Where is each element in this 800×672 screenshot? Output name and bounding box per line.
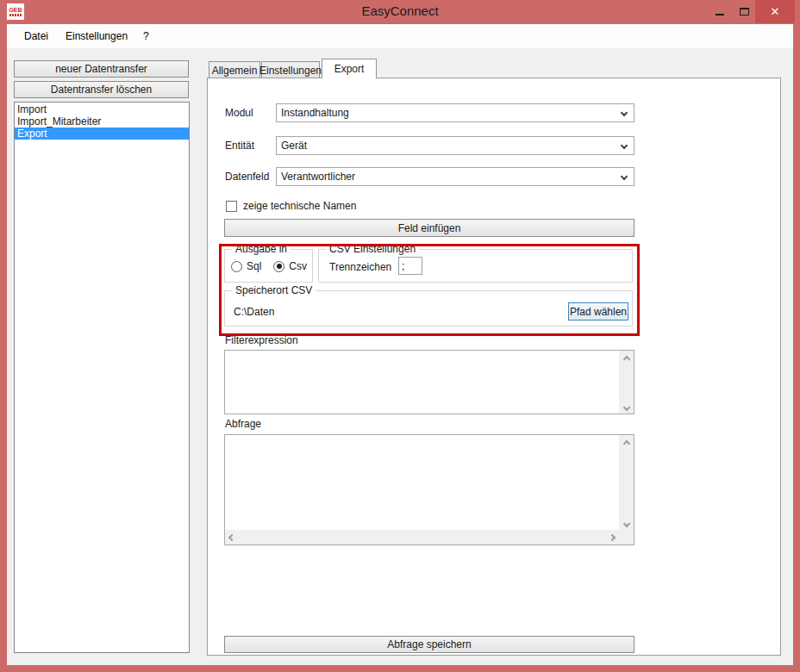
list-item-import[interactable]: Import: [15, 103, 189, 115]
csv-settings-groupbox: CSV Einstellungen Trennzeichen: [318, 249, 633, 283]
content-area: neuer Datentransfer Datentransfer lösche…: [7, 48, 793, 665]
scroll-down-icon[interactable]: [622, 404, 629, 411]
feld-einfuegen-button[interactable]: Feld einfügen: [224, 219, 634, 237]
list-item-export[interactable]: Export: [15, 128, 189, 140]
entitaet-label: Entität: [225, 140, 254, 152]
trennzeichen-input[interactable]: [398, 257, 422, 275]
output-radio-group: Sql Csv: [231, 260, 319, 272]
filterexpression-textarea[interactable]: [224, 350, 634, 414]
vertical-scrollbar[interactable]: [619, 351, 634, 414]
radio-csv[interactable]: [273, 261, 284, 272]
modul-select[interactable]: Instandhaltung: [276, 103, 634, 122]
close-icon: ✕: [771, 5, 780, 18]
pfad-waehlen-button[interactable]: Pfad wählen: [568, 302, 628, 320]
entitaet-value: Gerät: [281, 140, 307, 152]
delete-datatransfer-button[interactable]: Datentransfer löschen: [14, 81, 189, 98]
tab-einstellungen[interactable]: Einstellungen: [261, 61, 320, 78]
scroll-up-icon[interactable]: [622, 440, 629, 447]
trennzeichen-label: Trennzeichen: [329, 261, 391, 273]
maximize-icon: [740, 8, 749, 16]
scrollbar-corner: [619, 530, 634, 544]
datenfeld-value: Verantwortlicher: [281, 171, 355, 183]
speicherort-groupbox: Speicherort CSV C:\Daten Pfad wählen: [224, 290, 633, 327]
button-label: neuer Datentransfer: [55, 63, 147, 75]
menu-einstellungen[interactable]: Einstellungen: [57, 26, 136, 47]
tab-label: Allgemein: [212, 65, 258, 77]
menu-help[interactable]: ?: [136, 26, 156, 47]
scroll-up-icon[interactable]: [622, 356, 629, 363]
window-title: EasyConnect: [0, 3, 800, 18]
chevron-down-icon: [621, 142, 628, 149]
checkbox-label: zeige technische Namen: [243, 200, 356, 212]
button-label: Pfad wählen: [570, 306, 627, 318]
modul-label: Modul: [225, 107, 253, 119]
abfrage-label: Abfrage: [225, 418, 261, 430]
datenfeld-label: Datenfeld: [225, 171, 269, 183]
tab-label: Einstellungen: [259, 65, 322, 77]
chevron-down-icon: [621, 109, 628, 116]
filterexpression-label: Filterexpression: [225, 334, 298, 346]
groupbox-title: CSV Einstellungen: [326, 243, 419, 255]
vertical-scrollbar[interactable]: [619, 435, 634, 530]
groupbox-title: Speicherort CSV: [232, 284, 316, 296]
titlebar: GEB EasyConnect ✕: [0, 0, 800, 24]
minimize-button[interactable]: [707, 0, 733, 23]
button-label: Feld einfügen: [398, 222, 461, 234]
entitaet-select[interactable]: Gerät: [276, 136, 634, 155]
modul-value: Instandhaltung: [281, 107, 349, 119]
horizontal-scrollbar[interactable]: [225, 530, 619, 544]
app-window: GEB EasyConnect ✕ Datei Einstellungen ? …: [0, 0, 800, 672]
new-datatransfer-button[interactable]: neuer Datentransfer: [14, 60, 189, 78]
abfrage-textarea[interactable]: [224, 434, 634, 545]
abfrage-speichern-button[interactable]: Abfrage speichern: [224, 636, 634, 653]
groupbox-title: Ausgabe in: [232, 243, 291, 255]
list-item-import-mitarbeiter[interactable]: Import_Mitarbeiter: [15, 115, 189, 128]
minimize-icon: [716, 14, 724, 16]
chevron-down-icon: [621, 173, 628, 180]
menu-datei[interactable]: Datei: [16, 26, 57, 47]
radio-csv-label: Csv: [289, 260, 307, 272]
scroll-down-icon[interactable]: [622, 520, 629, 527]
radio-sql[interactable]: [231, 261, 242, 272]
tab-label: Export: [334, 63, 365, 75]
button-label: Datentransfer löschen: [51, 84, 152, 96]
datatransfer-list: Import Import_Mitarbeiter Export: [14, 102, 190, 653]
button-label: Abfrage speichern: [387, 638, 471, 650]
tab-allgemein[interactable]: Allgemein: [209, 61, 260, 78]
scroll-right-icon[interactable]: [609, 533, 616, 540]
technische-namen-checkbox[interactable]: [226, 201, 237, 212]
menubar: Datei Einstellungen ?: [7, 24, 793, 48]
scroll-left-icon[interactable]: [228, 533, 235, 540]
csv-path-value: C:\Daten: [234, 306, 274, 318]
maximize-button[interactable]: [733, 0, 755, 23]
tab-export[interactable]: Export: [322, 59, 377, 78]
radio-sql-label: Sql: [247, 260, 261, 272]
close-button[interactable]: ✕: [755, 0, 795, 23]
ausgabe-groupbox: Ausgabe in Sql Csv: [224, 249, 313, 283]
datenfeld-select[interactable]: Verantwortlicher: [276, 167, 634, 186]
export-tab-page: Modul Instandhaltung Entität Gerät Daten…: [207, 78, 781, 656]
